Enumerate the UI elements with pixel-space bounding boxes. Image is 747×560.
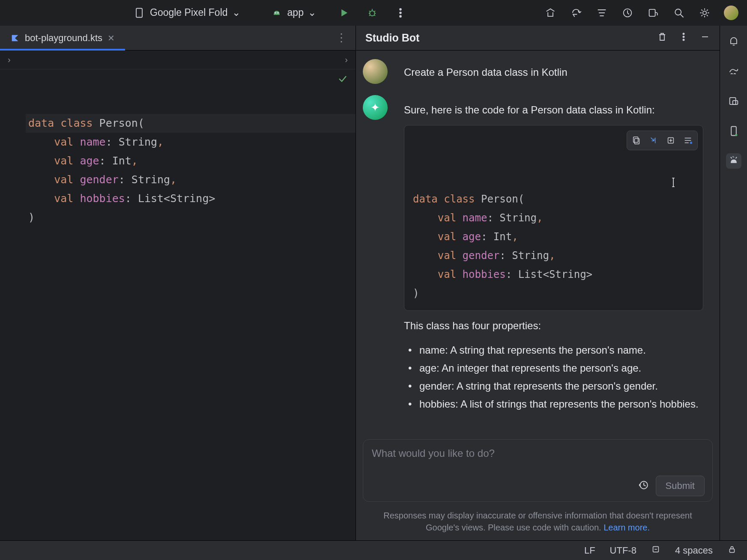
svg-point-12 [683, 33, 684, 34]
chat-input-area: Submit [356, 432, 720, 505]
svg-rect-16 [633, 137, 638, 143]
settings-gear-icon[interactable] [698, 6, 711, 19]
chat-message-user: Create a Person data class in Kotlin [363, 58, 713, 86]
code-actions [627, 131, 698, 150]
sync-icon[interactable] [570, 6, 583, 19]
insert-at-cursor-icon[interactable] [646, 133, 661, 148]
svg-point-6 [400, 12, 401, 14]
learn-more-link[interactable]: Learn more. [604, 523, 650, 532]
history-icon[interactable] [638, 480, 649, 493]
readonly-toggle-icon[interactable] [651, 545, 660, 557]
device-name: Google Pixel Fold [150, 7, 228, 18]
code-content[interactable]: data class Person( val name: String, val… [26, 69, 356, 540]
lock-icon[interactable] [727, 545, 737, 557]
editor-tab[interactable]: bot-playground.kts ✕ [0, 26, 125, 50]
breadcrumb-prev-icon[interactable]: › [8, 55, 11, 65]
studio-bot-panel: Studio Bot Create a Person data class in… [356, 26, 720, 540]
svg-point-13 [683, 36, 684, 37]
gutter [0, 69, 26, 540]
svg-point-11 [703, 11, 706, 14]
text-cursor-icon [669, 176, 678, 195]
debug-button[interactable] [366, 6, 379, 19]
property-item: hobbies: A list of strings that represen… [408, 396, 703, 412]
close-tab-icon[interactable]: ✕ [108, 33, 115, 43]
chat-textarea[interactable] [371, 447, 705, 472]
layout-inspector-icon[interactable] [726, 93, 741, 109]
user-avatar-chat [363, 59, 388, 84]
tab-filename: bot-playground.kts [25, 33, 102, 44]
open-new-file-icon[interactable] [663, 133, 678, 148]
bot-bubble: Sure, here is the code for a Person data… [394, 94, 713, 424]
status-indent[interactable]: 4 spaces [675, 545, 713, 556]
code-editor[interactable]: data class Person( val name: String, val… [0, 69, 356, 540]
delete-chat-icon[interactable] [657, 32, 667, 44]
editor-tab-bar: bot-playground.kts ✕ ⋮ [0, 26, 356, 51]
studio-bot-tool-icon[interactable] [726, 153, 741, 169]
svg-point-5 [400, 8, 401, 10]
svg-rect-9 [649, 9, 655, 16]
chevron-down-icon: ⌄ [308, 7, 316, 18]
user-bubble: Create a Person data class in Kotlin [394, 58, 577, 86]
run-button[interactable] [338, 6, 350, 19]
property-item: gender: A string that represents the per… [408, 378, 703, 394]
editor-pane: bot-playground.kts ✕ ⋮ › › data class Pe… [0, 26, 356, 540]
bot-code-block[interactable]: data class Person( val name: String, val… [404, 125, 703, 311]
svg-rect-15 [634, 138, 639, 144]
svg-point-2 [275, 12, 275, 13]
module-picker[interactable]: app ⌄ [266, 5, 320, 21]
svg-rect-27 [730, 549, 735, 552]
svg-point-1 [139, 15, 139, 16]
build-icon[interactable] [544, 6, 557, 19]
more-actions-icon[interactable] [394, 6, 407, 19]
filter-icon[interactable] [595, 6, 608, 19]
tab-overflow-icon[interactable]: ⋮ [327, 31, 356, 45]
copy-code-icon[interactable] [629, 133, 644, 148]
inspection-ok-icon[interactable] [338, 74, 348, 86]
svg-point-4 [370, 11, 375, 16]
svg-point-24 [732, 161, 733, 162]
minimize-panel-icon[interactable] [700, 32, 710, 44]
search-icon[interactable] [672, 6, 685, 19]
property-item: age: An integer that represents the pers… [408, 360, 703, 376]
disclaimer: Responses may display inaccurate or offe… [356, 505, 720, 540]
bot-avatar [363, 95, 388, 120]
chat-body: Create a Person data class in Kotlin Sur… [356, 51, 720, 432]
device-picker[interactable]: Google Pixel Fold ⌄ [128, 5, 245, 21]
module-name: app [287, 7, 304, 18]
bot-after-code-text: This class has four properties: [404, 319, 703, 333]
profiler-icon[interactable] [621, 6, 634, 19]
device-icon [133, 6, 146, 19]
svg-point-3 [277, 12, 278, 13]
status-bar: LF UTF-8 4 spaces [0, 540, 747, 560]
kotlin-file-icon [10, 33, 20, 43]
status-line-separator[interactable]: LF [584, 545, 595, 556]
emulator-icon[interactable] [726, 123, 741, 139]
device-manager-icon[interactable] [647, 6, 660, 19]
chat-input[interactable]: Submit [363, 439, 713, 502]
svg-rect-22 [731, 127, 736, 136]
svg-point-14 [683, 39, 684, 40]
chat-more-icon[interactable] [678, 32, 689, 44]
breadcrumb-next-icon[interactable]: › [345, 55, 348, 65]
explain-code-icon[interactable] [680, 133, 696, 148]
submit-button[interactable]: Submit [656, 476, 705, 496]
svg-point-23 [735, 134, 737, 136]
gradle-icon[interactable] [726, 63, 741, 79]
user-avatar[interactable] [724, 6, 738, 20]
chat-message-bot: Sure, here is the code for a Person data… [363, 94, 713, 424]
chat-title: Studio Bot [365, 32, 419, 44]
chat-header: Studio Bot [356, 26, 720, 51]
status-encoding[interactable]: UTF-8 [610, 545, 636, 556]
chevron-down-icon: ⌄ [232, 7, 240, 18]
bot-intro-text: Sure, here is the code for a Person data… [404, 103, 703, 117]
svg-point-10 [675, 9, 681, 15]
android-icon [270, 6, 283, 19]
breadcrumb-bar: › › [0, 51, 356, 69]
property-item: name: A string that represents the perso… [408, 343, 703, 358]
current-line-highlight [26, 114, 356, 133]
right-tool-rail [720, 26, 747, 540]
notifications-icon[interactable] [726, 33, 741, 49]
svg-point-18 [690, 142, 693, 144]
top-toolbar: Google Pixel Fold ⌄ app ⌄ [0, 0, 747, 26]
svg-point-25 [734, 161, 735, 162]
